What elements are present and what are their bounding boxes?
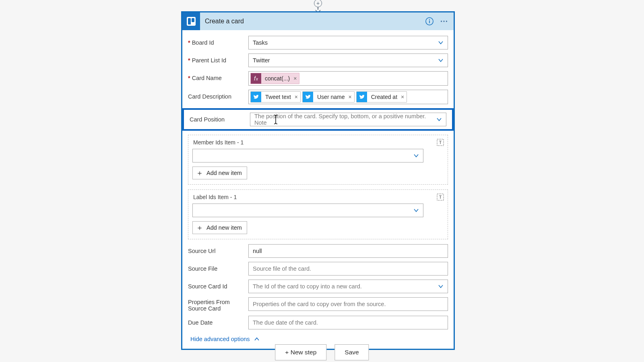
- card-header: Create a card: [182, 12, 454, 30]
- parent-list-id-dropdown[interactable]: Twitter: [248, 53, 448, 67]
- parent-list-id-value: Twitter: [253, 57, 270, 64]
- board-id-value: Tasks: [253, 39, 268, 46]
- token-remove-icon[interactable]: ×: [295, 94, 298, 100]
- plus-icon: ＋: [196, 224, 203, 231]
- member-ids-group: T Member Ids Item - 1 ＋ Add new item: [188, 135, 448, 185]
- label-card-description: Card Description: [188, 90, 248, 100]
- label-ids-label: Label Ids Item - 1: [193, 194, 444, 200]
- label-board-id: Board Id: [188, 36, 248, 46]
- svg-point-8: [446, 21, 447, 22]
- designer-footer: + New step Save: [275, 344, 369, 360]
- highlighted-card-position-row: Card Position The position of the card. …: [182, 108, 454, 131]
- add-member-item-button[interactable]: ＋ Add new item: [192, 167, 247, 179]
- source-file-input[interactable]: Source file of the card.: [248, 262, 448, 276]
- plus-icon: ＋: [196, 169, 203, 177]
- chevron-down-icon: [438, 284, 444, 289]
- action-card-create-a-card: Create a card Board Id Tasks Parent List…: [181, 11, 455, 350]
- twitter-icon: [251, 92, 261, 102]
- svg-rect-5: [429, 21, 430, 23]
- source-file-placeholder: Source file of the card.: [253, 265, 311, 272]
- trello-icon: [182, 12, 200, 30]
- info-button[interactable]: [422, 14, 437, 29]
- label-source-card-id: Source Card Id: [188, 280, 248, 290]
- label-source-url: Source Url: [188, 244, 248, 254]
- source-card-id-placeholder: The Id of the card to copy into a new ca…: [253, 283, 362, 290]
- chevron-up-icon: [254, 336, 260, 342]
- new-step-button[interactable]: + New step: [275, 344, 326, 360]
- board-id-dropdown[interactable]: Tasks: [248, 36, 448, 49]
- label-properties-from-source: Properties From Source Card: [188, 297, 248, 312]
- chevron-down-icon: [413, 208, 419, 213]
- chevron-down-icon: [438, 40, 444, 45]
- chevron-down-icon: [436, 117, 442, 122]
- card-description-input[interactable]: Tweet text × User name × Created at ×: [248, 90, 448, 104]
- card-name-input[interactable]: fx concat(...) ×: [248, 71, 448, 86]
- switch-to-array-button[interactable]: T: [436, 138, 445, 147]
- fx-icon: fx: [251, 73, 261, 84]
- properties-from-source-placeholder: Properties of the card to copy over from…: [253, 301, 386, 307]
- more-menu-button[interactable]: [437, 14, 451, 29]
- token-remove-icon[interactable]: ×: [401, 94, 404, 100]
- svg-point-6: [441, 21, 442, 22]
- source-url-value: null: [253, 248, 262, 254]
- token-user-name[interactable]: User name ×: [302, 91, 355, 103]
- add-label-item-button[interactable]: ＋ Add new item: [192, 221, 247, 234]
- twitter-icon: [357, 92, 367, 102]
- token-expression-concat[interactable]: fx concat(...) ×: [250, 73, 299, 84]
- source-card-id-dropdown[interactable]: The Id of the card to copy into a new ca…: [248, 280, 448, 293]
- label-card-name: Card Name: [188, 71, 248, 81]
- token-remove-icon[interactable]: ×: [293, 75, 297, 82]
- label-source-file: Source File: [188, 262, 248, 272]
- token-created-at[interactable]: Created at ×: [356, 91, 407, 103]
- member-ids-item-dropdown[interactable]: [192, 149, 423, 162]
- due-date-input[interactable]: The due date of the card.: [248, 316, 448, 329]
- svg-point-7: [443, 21, 444, 22]
- label-parent-list-id: Parent List Id: [188, 53, 248, 64]
- chevron-down-icon: [438, 58, 444, 63]
- label-due-date: Due Date: [188, 316, 248, 326]
- token-remove-icon[interactable]: ×: [348, 94, 351, 100]
- twitter-icon: [303, 92, 313, 102]
- svg-text:T: T: [439, 195, 442, 200]
- svg-text:T: T: [439, 140, 442, 145]
- switch-to-array-button[interactable]: T: [436, 192, 445, 202]
- label-card-position: Card Position: [190, 113, 250, 123]
- chevron-down-icon: [413, 153, 419, 158]
- svg-point-4: [429, 19, 430, 20]
- source-url-input[interactable]: null: [248, 244, 448, 258]
- due-date-placeholder: The due date of the card.: [253, 319, 318, 326]
- card-position-dropdown[interactable]: The position of the card. Specify top, b…: [250, 113, 446, 126]
- svg-rect-1: [188, 18, 191, 25]
- card-title[interactable]: Create a card: [200, 18, 422, 25]
- label-ids-group: T Label Ids Item - 1 ＋ Add new item: [188, 189, 448, 239]
- properties-from-source-input[interactable]: Properties of the card to copy over from…: [248, 297, 448, 311]
- label-ids-item-dropdown[interactable]: [192, 204, 423, 217]
- hide-advanced-options-link[interactable]: Hide advanced options: [188, 333, 260, 346]
- svg-rect-2: [192, 18, 194, 22]
- card-position-placeholder: The position of the card. Specify top, b…: [254, 113, 436, 126]
- token-tweet-text[interactable]: Tweet text ×: [250, 91, 301, 103]
- member-ids-label: Member Ids Item - 1: [193, 139, 444, 146]
- card-body: Board Id Tasks Parent List Id Twitter Ca…: [182, 30, 454, 349]
- save-button[interactable]: Save: [334, 344, 369, 360]
